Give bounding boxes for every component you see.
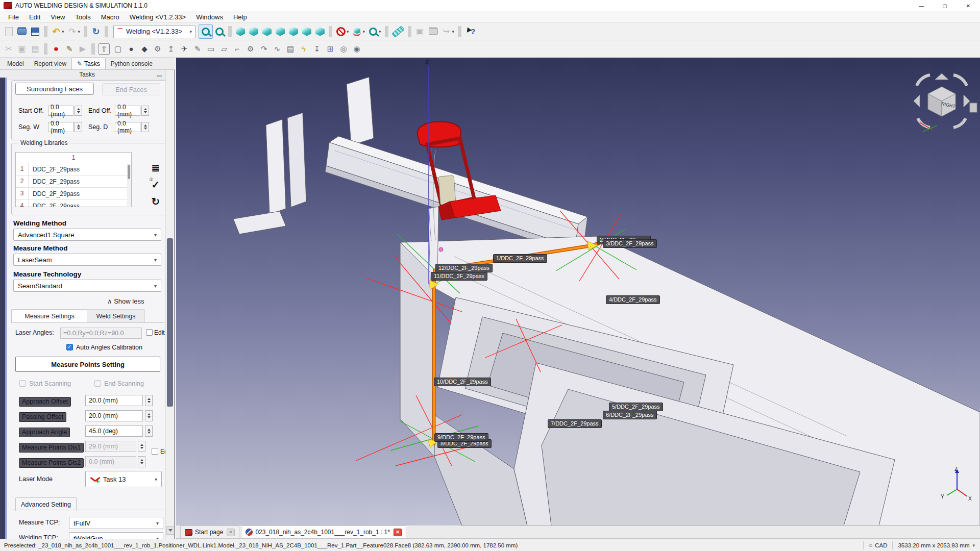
corner-tool-icon[interactable]: ⌐ [231, 42, 244, 56]
part-tools-icon[interactable]: ▣ [413, 25, 427, 38]
export-down-icon[interactable]: ↧ [310, 42, 324, 56]
param-stepper[interactable] [138, 441, 145, 452]
surrounding-faces-button[interactable]: Surrounding Faces [15, 83, 94, 95]
stereo-view-icon[interactable]: ▾ [350, 25, 366, 38]
menu-item[interactable]: Windows [191, 11, 228, 23]
toolbar-separator[interactable] [458, 26, 461, 37]
param-stepper[interactable] [145, 425, 153, 437]
toolbar-separator[interactable] [44, 43, 47, 55]
float-panel-button[interactable]: ▭ [157, 71, 162, 81]
probe-pin-icon[interactable]: ↥ [164, 42, 178, 56]
seg-d-input[interactable]: 0.0 (mm) [115, 122, 140, 132]
close-button[interactable]: ✕ [957, 0, 980, 11]
zoom-tools-icon[interactable]: ▾ [366, 25, 383, 38]
tab-start-page[interactable]: Start page ✕ [180, 525, 239, 538]
inspect-target-icon[interactable]: ◎ [337, 42, 350, 56]
edit-path-icon[interactable]: ✎ [191, 42, 204, 56]
scrollbar-down-arrow[interactable] [166, 526, 175, 535]
menu-item[interactable]: Welding <V1.2.33> [125, 11, 191, 23]
panel-scrollbar[interactable] [165, 70, 175, 539]
menu-item[interactable]: File [3, 11, 24, 23]
tab-model[interactable]: Model [2, 58, 29, 69]
seg-w-input[interactable]: 0.0 (mm) [48, 122, 74, 132]
minimize-button[interactable]: — [910, 0, 933, 11]
measure-points-setting-button[interactable]: Measure Points Setting [15, 357, 160, 372]
machine-gear-icon[interactable]: ⚙ [151, 42, 164, 56]
param-input[interactable]: 0.0 (mm) [85, 456, 136, 467]
measure-technology-select[interactable]: SeamStandard▾ [13, 280, 161, 292]
view-axonometric-icon[interactable] [234, 25, 247, 38]
toolbar-separator[interactable] [329, 26, 332, 37]
library-row[interactable]: 2DDC_2F_29pass [16, 176, 131, 188]
redo-icon[interactable]: ↷▾ [66, 25, 82, 38]
seam-wave-icon[interactable]: ∿ [271, 42, 284, 56]
param-input[interactable]: 29.0 (mm) [85, 441, 136, 452]
sketch-frame-icon[interactable]: ▱ [217, 42, 231, 56]
tab-tasks[interactable]: ✎Tasks [71, 58, 106, 69]
seg-w-stepper[interactable] [75, 122, 82, 132]
undo-icon[interactable]: ↶▾ [50, 25, 66, 38]
toolbar-separator[interactable] [91, 43, 95, 55]
library-row[interactable]: 1DDC_2F_29pass [16, 163, 131, 176]
menu-item[interactable]: Help [228, 11, 252, 23]
panel-scrollbar-left[interactable] [0, 78, 7, 539]
tab-weld-settings[interactable]: Weld Settings [87, 309, 145, 323]
library-table-scrollbar[interactable] [127, 164, 131, 206]
param-input[interactable]: 20.0 (mm) [85, 395, 143, 406]
welding-libraries-table[interactable]: 1 1DDC_2F_29pass2DDC_2F_29pass3DDC_2F_29… [15, 152, 132, 207]
view-rear-icon[interactable] [287, 25, 300, 38]
3d-viewport[interactable]: RIGHT Z X Y Z 2/DDC_2F_29pass3/DDC_2F_29… [176, 58, 980, 525]
copy-icon[interactable]: ▣ [15, 42, 29, 56]
share-export-icon[interactable]: ↪▾ [440, 25, 456, 38]
dimensions-readout[interactable]: 3533.20 mm x 2053.93 mm [898, 542, 969, 548]
view-bottom-icon[interactable] [300, 25, 313, 38]
robot-model-icon[interactable]: ● [125, 42, 138, 56]
save-file-icon[interactable] [29, 25, 42, 38]
tab-document[interactable]: 023_018_nih_as_2c4b_1001___rev_1_rob_1 :… [241, 525, 406, 538]
refresh-icon[interactable]: ↻ [89, 25, 103, 38]
laser-plane-icon[interactable]: ✈ [178, 42, 191, 56]
toolbar-separator[interactable] [84, 26, 87, 37]
toolbar-separator[interactable] [385, 26, 388, 37]
library-table-icon[interactable]: ≣ [148, 161, 163, 175]
end-faces-button[interactable]: End Faces [102, 83, 160, 95]
measure-distance-icon[interactable] [390, 25, 406, 38]
weld-table-icon[interactable]: ⊞ [324, 42, 337, 56]
view-top-icon[interactable] [260, 25, 274, 38]
param-input[interactable]: 45.0 (deg) [85, 425, 143, 437]
view-left-icon[interactable] [313, 25, 327, 38]
start-offset-stepper[interactable] [75, 106, 82, 116]
group-folder-icon[interactable] [427, 25, 440, 38]
view-front-icon[interactable] [247, 25, 260, 38]
param-stepper[interactable] [138, 456, 145, 467]
seg-d-stepper[interactable] [141, 122, 149, 132]
welding-method-select[interactable]: Advanced1:Square▾ [13, 229, 161, 241]
auto-angles-checkbox[interactable] [66, 344, 73, 350]
report-sheet-icon[interactable]: ▤ [284, 42, 297, 56]
paste-icon[interactable]: ▤ [29, 42, 42, 56]
laser-mode-select[interactable]: + Task 13 ▾ [85, 471, 162, 487]
fit-selection-icon[interactable] [213, 25, 226, 38]
open-file-icon[interactable] [15, 25, 29, 38]
weld-torch-icon[interactable]: ◆ [138, 42, 151, 56]
whats-this-icon[interactable]: ? [463, 25, 477, 38]
laser-angles-edit-checkbox[interactable] [146, 329, 153, 336]
start-offset-input[interactable]: 0.0 (mm) [48, 106, 74, 116]
navigation-style-button[interactable]: ○CAD [869, 542, 888, 549]
menu-item[interactable]: Tools [70, 11, 95, 23]
toolbar-separator[interactable] [408, 26, 411, 37]
fit-all-icon[interactable] [199, 24, 213, 39]
create-box-icon[interactable]: ▢ [111, 42, 125, 56]
toolbar-separator[interactable] [105, 26, 108, 37]
tab-python-console[interactable]: Python console [106, 58, 158, 69]
cut-icon[interactable]: ✂ [2, 42, 15, 56]
new-file-icon[interactable] [2, 25, 15, 38]
draw-style-icon[interactable]: ▾ [334, 25, 351, 38]
menu-item[interactable]: Macro [96, 11, 125, 23]
apply-selection-icon[interactable]: ✓① [148, 178, 163, 192]
show-less-toggle[interactable]: ∧ Show less [107, 297, 144, 305]
edit-checkbox[interactable] [152, 448, 158, 455]
end-offset-input[interactable]: 0.0 (mm) [115, 106, 140, 116]
library-row[interactable]: 4DDC_2F_29pass [16, 200, 131, 207]
welding-tcp-select[interactable]: tWeldGun▾ [69, 532, 163, 539]
